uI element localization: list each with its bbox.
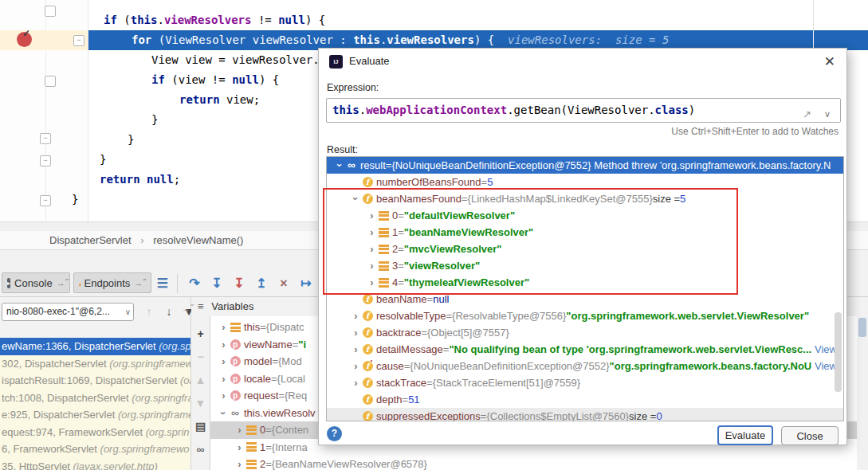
layout-menu-icon[interactable]: ☰ — [153, 274, 172, 293]
tab-console[interactable]: ▸ Console →˝ — [2, 272, 70, 293]
chevron-collapsed-icon[interactable]: › — [351, 341, 361, 358]
result-row[interactable]: ›fbacktrace = {Object[5]@7557} — [327, 324, 843, 341]
frame-down-icon[interactable]: ↓ — [160, 303, 178, 320]
code-line[interactable]: return view; — [179, 90, 260, 110]
result-row[interactable]: ›2 = "mvcViewResolver" — [327, 241, 843, 257]
result-row[interactable]: ›fdetailMessage = "No qualifying bean of… — [327, 341, 843, 358]
chevron-down-icon[interactable]: ∨ — [824, 103, 831, 126]
chevron-collapsed-icon[interactable]: › — [218, 319, 229, 336]
watches-icon[interactable]: ∞ — [191, 441, 210, 457]
remove-watch-icon[interactable]: − — [191, 349, 210, 365]
chevron-expanded-icon[interactable]: › — [348, 194, 364, 204]
move-up-icon[interactable]: ▲ — [191, 372, 210, 388]
variable-row[interactable]: ›2 = {BeanNameViewResolver@6578} — [210, 456, 868, 470]
result-row[interactable]: fsuppressedExceptions = {Collections$Emp… — [327, 408, 843, 421]
expand-icon[interactable]: ↗ — [803, 103, 811, 126]
fold-marker-icon[interactable]: − — [40, 155, 51, 166]
fold-marker-icon[interactable] — [45, 76, 56, 87]
evaluate-button[interactable]: Evaluate — [717, 425, 773, 445]
stack-frame-row[interactable]: ewName:1366, DispatcherServlet (org.sp — [0, 338, 190, 355]
chevron-collapsed-icon[interactable]: › — [367, 224, 377, 241]
code-line[interactable]: View view = viewResolver. — [151, 50, 320, 70]
run-to-cursor-icon[interactable]: ↦ — [297, 274, 316, 293]
close-button[interactable]: Close — [781, 426, 839, 445]
help-icon[interactable]: ? — [327, 426, 342, 441]
code-line[interactable]: } — [72, 190, 78, 210]
chevron-collapsed-icon[interactable]: › — [351, 374, 361, 391]
result-row[interactable]: fdepth = 51 — [327, 391, 843, 408]
chevron-collapsed-icon[interactable]: › — [351, 324, 361, 341]
code-line[interactable]: } — [128, 130, 134, 150]
chevron-collapsed-icon[interactable]: › — [351, 358, 361, 374]
view-link[interactable]: View — [811, 341, 837, 358]
stack-frame-row[interactable]: 302, DispatcherServlet (org.springframew — [0, 355, 190, 373]
chevron-expanded-icon[interactable]: › — [332, 160, 348, 170]
thread-selector[interactable]: nio-8080-exec-1"@6,2... ∨ — [2, 303, 134, 321]
step-into-icon[interactable]: ↧ — [207, 274, 226, 293]
chevron-collapsed-icon[interactable]: › — [218, 370, 229, 388]
result-row[interactable]: ›4 = "thymeleafViewResolver" — [327, 274, 843, 291]
pin-icon[interactable]: →˝ — [182, 299, 194, 318]
result-row[interactable]: ›1 = "beanNameViewResolver" — [327, 224, 843, 241]
breadcrumb-class[interactable]: DispatcherServlet — [49, 234, 132, 246]
chevron-collapsed-icon[interactable]: › — [234, 421, 245, 439]
code-line[interactable]: return null; — [100, 170, 180, 190]
force-step-into-icon[interactable]: ↧ — [230, 274, 249, 293]
stack-frame-row[interactable]: 6, FrameworkServlet (org.springframewo — [0, 441, 190, 458]
code-line[interactable]: } — [100, 150, 106, 170]
breadcrumb-method[interactable]: resolveViewName() — [153, 234, 243, 246]
result-row[interactable]: fbeanName = null — [327, 291, 843, 307]
stack-frame-row[interactable]: equest:974, FrameworkServlet (org.sprin — [0, 424, 190, 441]
result-row[interactable]: fnumberOfBeansFound = 5 — [327, 174, 843, 190]
result-row[interactable]: ›∞result = {NoUniqueBeanDefinitionExcept… — [327, 157, 843, 174]
result-row[interactable]: ›3 = "viewResolver" — [327, 257, 843, 274]
chevron-collapsed-icon[interactable]: › — [351, 307, 361, 324]
result-scrollbar-thumb[interactable] — [835, 312, 842, 392]
stack-frame-row[interactable]: tch:1008, DispatcherServlet (org.springf… — [0, 390, 190, 407]
drop-frame-icon[interactable]: × — [274, 274, 293, 293]
fold-marker-icon[interactable]: − — [40, 133, 51, 144]
chevron-expanded-icon[interactable]: › — [215, 408, 233, 418]
move-down-icon[interactable]: ▼ — [191, 395, 210, 411]
view-link[interactable]: View — [811, 358, 837, 374]
value-type-icon — [245, 425, 257, 435]
result-row[interactable]: ›fresolvableType = {ResolvableType@7556}… — [327, 307, 843, 324]
add-watch-icon[interactable]: + — [191, 326, 210, 342]
result-row[interactable]: ›fstackTrace = {StackTraceElement[51]@75… — [327, 374, 843, 391]
chevron-collapsed-icon[interactable]: › — [234, 456, 245, 470]
frame-up-icon[interactable]: ↑ — [140, 303, 158, 320]
duplicate-icon[interactable]: ▤ — [191, 418, 210, 434]
dialog-titlebar[interactable]: IJ Evaluate ✕ — [319, 49, 846, 74]
chevron-collapsed-icon[interactable]: › — [218, 387, 229, 405]
chevron-collapsed-icon[interactable]: › — [367, 207, 377, 224]
variables-scrollbar[interactable] — [857, 316, 868, 470]
value-type-icon: p — [229, 339, 242, 350]
scrollbar-thumb[interactable] — [858, 318, 866, 337]
close-icon[interactable]: ✕ — [824, 53, 835, 70]
result-row[interactable]: ›0 = "defaultViewResolver" — [327, 207, 843, 224]
stack-frame-row[interactable]: e:925, DispatcherServlet (org.springfram… — [0, 406, 190, 424]
menu-icon[interactable]: ≡ — [198, 300, 204, 312]
stack-frame-row[interactable]: ispatchResult:1069, DispatcherServlet (o… — [0, 372, 190, 390]
segment-ref: {Local — [277, 370, 305, 388]
fold-marker-icon[interactable]: − — [73, 35, 84, 46]
code-line[interactable]: if (view != null) { — [151, 70, 279, 90]
stack-frame-row[interactable]: 35, HttpServlet (javax.servlet.http) — [0, 458, 190, 470]
code-line[interactable]: } — [151, 110, 158, 130]
tab-endpoints[interactable]: Endpoints →˝ — [73, 272, 151, 293]
code-line[interactable]: if (this.viewResolvers != null) { — [104, 10, 325, 30]
step-over-icon[interactable]: ↷ — [185, 274, 204, 293]
chevron-collapsed-icon[interactable]: › — [367, 274, 377, 291]
expression-input[interactable]: this.webApplicationContext.getBean(ViewR… — [326, 98, 841, 123]
chevron-collapsed-icon[interactable]: › — [234, 439, 245, 456]
result-row[interactable]: ›fbeanNamesFound = {LinkedHashMap$Linked… — [327, 190, 843, 207]
chevron-collapsed-icon[interactable]: › — [218, 336, 229, 354]
result-row[interactable]: ›f❜cause = {NoUniqueBeanDefinitionExcept… — [327, 358, 843, 374]
fold-marker-icon[interactable]: − — [40, 195, 51, 206]
chevron-collapsed-icon[interactable]: › — [367, 241, 377, 257]
breakpoint-icon[interactable]: ✓ — [17, 32, 32, 47]
fold-marker-icon[interactable] — [45, 6, 56, 17]
chevron-collapsed-icon[interactable]: › — [218, 353, 229, 370]
chevron-collapsed-icon[interactable]: › — [367, 257, 377, 274]
step-out-icon[interactable]: ↥ — [252, 274, 271, 293]
